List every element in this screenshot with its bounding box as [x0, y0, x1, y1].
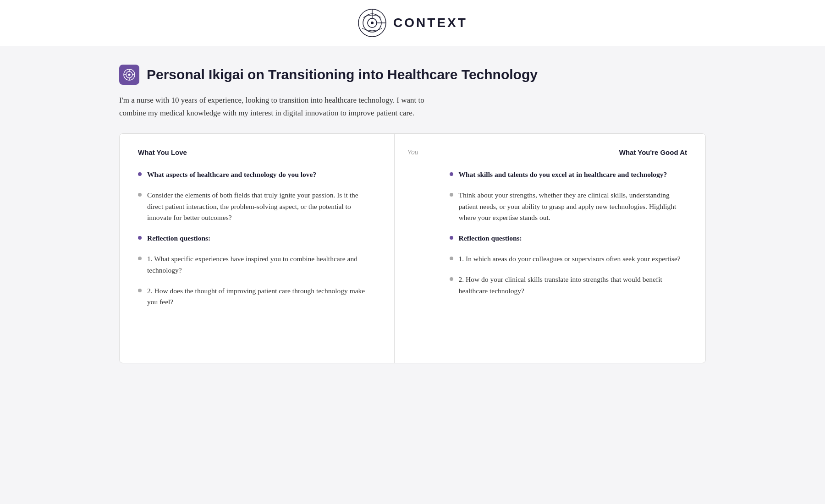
logo-text: CONTEXT — [393, 16, 468, 30]
bullet-dot — [450, 236, 453, 240]
list-item: Consider the elements of both fields tha… — [138, 190, 376, 224]
logo-icon — [358, 8, 387, 38]
item-text: What aspects of healthcare and technolog… — [147, 169, 376, 181]
right-column: What You're Good At What skills and tale… — [431, 134, 706, 363]
item-text: Think about your strengths, whether they… — [459, 190, 688, 224]
title-icon — [119, 65, 139, 85]
right-bullet-list: What skills and talents do you excel at … — [450, 169, 688, 296]
bullet-dot — [450, 277, 453, 281]
left-column-header: What You Love — [138, 148, 376, 156]
bullet-dot — [138, 257, 142, 260]
right-column-header: What You're Good At — [450, 148, 688, 156]
title-row: Personal Ikigai on Transitioning into He… — [119, 65, 706, 85]
bullet-dot — [450, 193, 453, 197]
svg-point-3 — [371, 22, 374, 24]
card-columns: What You Love What aspects of healthcare… — [120, 134, 705, 363]
item-text: Reflection questions: — [147, 233, 376, 244]
list-item: What aspects of healthcare and technolog… — [138, 169, 376, 181]
logo: CONTEXT — [358, 8, 468, 38]
app-header: CONTEXT — [0, 0, 825, 46]
main-content: Personal Ikigai on Transitioning into He… — [92, 46, 733, 382]
bullet-dot — [138, 236, 142, 240]
bullet-dot — [138, 172, 142, 176]
page-title: Personal Ikigai on Transitioning into He… — [147, 67, 538, 82]
item-text: Consider the elements of both fields tha… — [147, 190, 376, 224]
list-item: 1. In which areas do your colleagues or … — [450, 253, 688, 265]
item-text: 1. What specific experiences have inspir… — [147, 253, 376, 276]
list-item: 2. How does the thought of improving pat… — [138, 285, 376, 308]
center-column-label: You — [407, 148, 418, 156]
item-text: 2. How do your clinical skills translate… — [459, 274, 688, 297]
title-section: Personal Ikigai on Transitioning into He… — [119, 65, 706, 120]
left-bullet-list: What aspects of healthcare and technolog… — [138, 169, 376, 308]
item-text: 2. How does the thought of improving pat… — [147, 285, 376, 308]
item-text: Reflection questions: — [459, 233, 688, 244]
left-column: What You Love What aspects of healthcare… — [120, 134, 395, 363]
bullet-dot — [138, 193, 142, 197]
list-item: 2. How do your clinical skills translate… — [450, 274, 688, 297]
list-item: Reflection questions: — [450, 233, 688, 244]
bullet-dot — [138, 289, 142, 292]
list-item: Reflection questions: — [138, 233, 376, 244]
bullet-dot — [450, 257, 453, 260]
list-item: 1. What specific experiences have inspir… — [138, 253, 376, 276]
page-description: I'm a nurse with 10 years of experience,… — [119, 94, 431, 120]
ikigai-card: What You Love What aspects of healthcare… — [119, 133, 706, 363]
item-text: 1. In which areas do your colleagues or … — [459, 253, 688, 265]
bullet-dot — [450, 172, 453, 176]
list-item: What skills and talents do you excel at … — [450, 169, 688, 181]
svg-point-8 — [128, 74, 131, 76]
list-item: Think about your strengths, whether they… — [450, 190, 688, 224]
item-text: What skills and talents do you excel at … — [459, 169, 688, 181]
center-column: You — [395, 134, 431, 363]
